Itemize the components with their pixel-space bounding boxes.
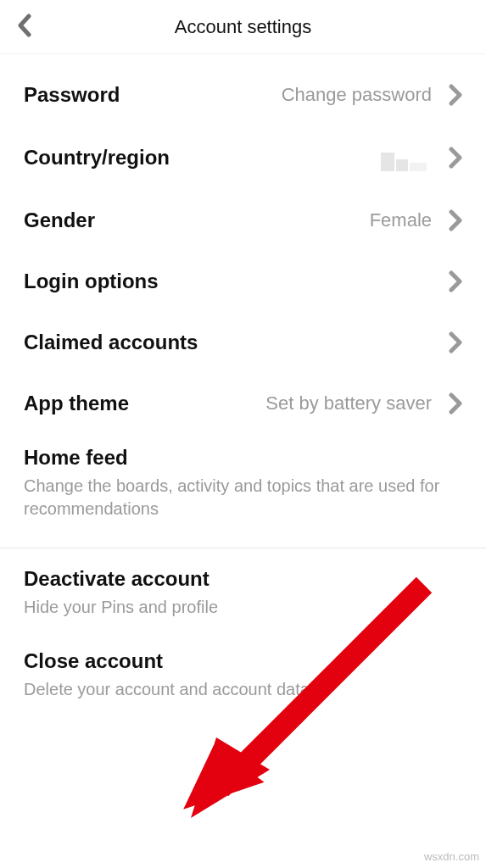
row-deactivate-account[interactable]: Deactivate account Hide your Pins and pr… — [0, 555, 486, 634]
chevron-left-icon — [17, 14, 32, 37]
chevron-right-icon — [449, 270, 462, 292]
row-claimed-accounts[interactable]: Claimed accounts — [0, 312, 486, 373]
row-label: Country/region — [24, 146, 170, 170]
row-value: Set by battery saver — [265, 392, 432, 415]
chevron-right-icon — [449, 84, 462, 106]
section-title: Close account — [24, 649, 462, 673]
chevron-right-icon — [449, 209, 462, 231]
row-label: Login options — [24, 270, 159, 293]
row-gender[interactable]: Gender Female — [0, 190, 486, 251]
svg-marker-1 — [191, 737, 270, 818]
section-description: Hide your Pins and profile — [24, 596, 462, 619]
row-app-theme[interactable]: App theme Set by battery saver — [0, 373, 486, 434]
redacted-value — [381, 144, 432, 171]
row-label: Password — [24, 83, 120, 107]
row-label: Gender — [24, 209, 95, 232]
section-title: Home feed — [24, 446, 462, 470]
row-value: Female — [370, 209, 432, 231]
chevron-right-icon — [449, 147, 462, 169]
row-label: App theme — [24, 392, 129, 415]
chevron-right-icon — [449, 331, 462, 353]
row-home-feed[interactable]: Home feed Change the boards, activity an… — [0, 434, 486, 536]
section-title: Deactivate account — [24, 567, 462, 591]
row-label: Claimed accounts — [24, 331, 198, 354]
section-description: Change the boards, activity and topics t… — [24, 475, 462, 520]
row-country-region[interactable]: Country/region — [0, 125, 486, 190]
row-login-options[interactable]: Login options — [0, 251, 486, 312]
back-button[interactable] — [17, 14, 32, 41]
row-close-account[interactable]: Close account Delete your account and ac… — [0, 634, 486, 716]
section-description: Delete your account and account data — [24, 678, 462, 701]
divider — [0, 548, 486, 548]
row-password[interactable]: Password Change password — [0, 64, 486, 125]
watermark: wsxdn.com — [424, 850, 479, 863]
page-title: Account settings — [14, 16, 472, 38]
svg-marker-0 — [183, 743, 268, 821]
row-value: Change password — [282, 84, 432, 106]
settings-list: Password Change password Country/region … — [0, 54, 486, 716]
chevron-right-icon — [449, 392, 462, 415]
header: Account settings — [0, 0, 486, 54]
